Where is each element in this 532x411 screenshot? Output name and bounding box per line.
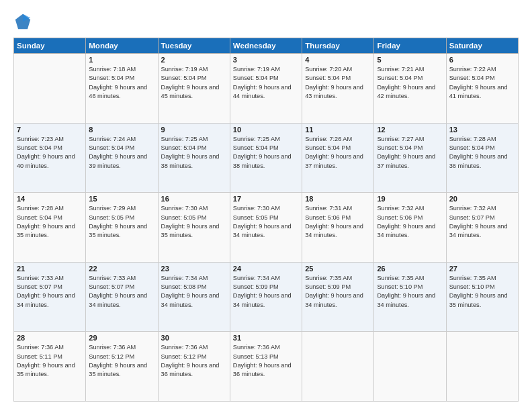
day-number: 7 bbox=[17, 126, 83, 134]
calendar-cell: 27Sunrise: 7:35 AMSunset: 5:10 PMDayligh… bbox=[446, 262, 518, 332]
day-info: Sunrise: 7:19 AMSunset: 5:04 PMDaylight:… bbox=[233, 65, 299, 101]
day-info: Sunrise: 7:28 AMSunset: 5:04 PMDaylight:… bbox=[449, 135, 515, 171]
calendar-cell: 16Sunrise: 7:30 AMSunset: 5:05 PMDayligh… bbox=[158, 193, 230, 263]
day-number: 6 bbox=[449, 56, 515, 64]
day-number: 18 bbox=[305, 195, 371, 203]
calendar-cell: 17Sunrise: 7:30 AMSunset: 5:05 PMDayligh… bbox=[230, 193, 302, 263]
calendar-cell: 7Sunrise: 7:23 AMSunset: 5:04 PMDaylight… bbox=[14, 123, 86, 193]
day-info: Sunrise: 7:36 AMSunset: 5:11 PMDaylight:… bbox=[17, 343, 83, 379]
calendar-cell: 14Sunrise: 7:28 AMSunset: 5:04 PMDayligh… bbox=[14, 193, 86, 263]
weekday-row: SundayMondayTuesdayWednesdayThursdayFrid… bbox=[14, 38, 519, 54]
calendar-cell bbox=[302, 332, 374, 402]
day-number: 30 bbox=[161, 334, 227, 342]
day-info: Sunrise: 7:29 AMSunset: 5:05 PMDaylight:… bbox=[89, 204, 154, 240]
day-info: Sunrise: 7:33 AMSunset: 5:07 PMDaylight:… bbox=[17, 274, 83, 310]
day-number: 27 bbox=[449, 265, 515, 273]
day-info: Sunrise: 7:30 AMSunset: 5:05 PMDaylight:… bbox=[161, 204, 227, 240]
day-number: 22 bbox=[89, 265, 154, 273]
weekday-header-friday: Friday bbox=[374, 38, 446, 54]
day-number: 28 bbox=[17, 334, 83, 342]
day-info: Sunrise: 7:32 AMSunset: 5:07 PMDaylight:… bbox=[449, 204, 515, 240]
calendar-cell bbox=[446, 332, 518, 402]
calendar-cell: 8Sunrise: 7:24 AMSunset: 5:04 PMDaylight… bbox=[86, 123, 158, 193]
calendar-cell bbox=[14, 54, 86, 124]
day-info: Sunrise: 7:35 AMSunset: 5:10 PMDaylight:… bbox=[377, 274, 443, 310]
day-number: 20 bbox=[449, 195, 515, 203]
day-info: Sunrise: 7:27 AMSunset: 5:04 PMDaylight:… bbox=[377, 135, 443, 171]
day-number: 15 bbox=[89, 195, 154, 203]
logo bbox=[13, 12, 35, 31]
calendar-cell: 15Sunrise: 7:29 AMSunset: 5:05 PMDayligh… bbox=[86, 193, 158, 263]
day-number: 9 bbox=[161, 126, 227, 134]
day-info: Sunrise: 7:35 AMSunset: 5:10 PMDaylight:… bbox=[449, 274, 515, 310]
calendar-cell bbox=[374, 332, 446, 402]
day-number: 29 bbox=[89, 334, 154, 342]
day-number: 8 bbox=[89, 126, 154, 134]
day-info: Sunrise: 7:24 AMSunset: 5:04 PMDaylight:… bbox=[89, 135, 154, 171]
day-info: Sunrise: 7:36 AMSunset: 5:12 PMDaylight:… bbox=[89, 343, 154, 379]
day-info: Sunrise: 7:22 AMSunset: 5:04 PMDaylight:… bbox=[449, 65, 515, 101]
day-info: Sunrise: 7:25 AMSunset: 5:04 PMDaylight:… bbox=[161, 135, 227, 171]
day-info: Sunrise: 7:36 AMSunset: 5:12 PMDaylight:… bbox=[161, 343, 227, 379]
day-number: 12 bbox=[377, 126, 443, 134]
day-info: Sunrise: 7:19 AMSunset: 5:04 PMDaylight:… bbox=[161, 65, 227, 101]
logo-icon bbox=[13, 12, 32, 31]
day-info: Sunrise: 7:23 AMSunset: 5:04 PMDaylight:… bbox=[17, 135, 83, 171]
calendar-cell: 25Sunrise: 7:35 AMSunset: 5:09 PMDayligh… bbox=[302, 262, 374, 332]
weekday-header-tuesday: Tuesday bbox=[158, 38, 230, 54]
day-info: Sunrise: 7:30 AMSunset: 5:05 PMDaylight:… bbox=[233, 204, 299, 240]
calendar-cell: 5Sunrise: 7:21 AMSunset: 5:04 PMDaylight… bbox=[374, 54, 446, 124]
calendar-cell: 10Sunrise: 7:25 AMSunset: 5:04 PMDayligh… bbox=[230, 123, 302, 193]
calendar-cell: 18Sunrise: 7:31 AMSunset: 5:06 PMDayligh… bbox=[302, 193, 374, 263]
calendar-cell: 29Sunrise: 7:36 AMSunset: 5:12 PMDayligh… bbox=[86, 332, 158, 402]
calendar-body: 1Sunrise: 7:18 AMSunset: 5:04 PMDaylight… bbox=[14, 54, 519, 402]
day-info: Sunrise: 7:34 AMSunset: 5:09 PMDaylight:… bbox=[233, 274, 299, 310]
calendar-header: SundayMondayTuesdayWednesdayThursdayFrid… bbox=[14, 38, 519, 54]
calendar-cell: 31Sunrise: 7:36 AMSunset: 5:13 PMDayligh… bbox=[230, 332, 302, 402]
day-number: 3 bbox=[233, 56, 299, 64]
day-info: Sunrise: 7:25 AMSunset: 5:04 PMDaylight:… bbox=[233, 135, 299, 171]
calendar-week-1: 7Sunrise: 7:23 AMSunset: 5:04 PMDaylight… bbox=[14, 123, 519, 193]
calendar-cell: 20Sunrise: 7:32 AMSunset: 5:07 PMDayligh… bbox=[446, 193, 518, 263]
weekday-header-sunday: Sunday bbox=[14, 38, 86, 54]
day-number: 10 bbox=[233, 126, 299, 134]
calendar-cell: 30Sunrise: 7:36 AMSunset: 5:12 PMDayligh… bbox=[158, 332, 230, 402]
calendar-table: SundayMondayTuesdayWednesdayThursdayFrid… bbox=[13, 38, 519, 402]
calendar-cell: 9Sunrise: 7:25 AMSunset: 5:04 PMDaylight… bbox=[158, 123, 230, 193]
day-number: 16 bbox=[161, 195, 227, 203]
day-number: 2 bbox=[161, 56, 227, 64]
weekday-header-wednesday: Wednesday bbox=[230, 38, 302, 54]
calendar-cell: 26Sunrise: 7:35 AMSunset: 5:10 PMDayligh… bbox=[374, 262, 446, 332]
calendar-cell: 19Sunrise: 7:32 AMSunset: 5:06 PMDayligh… bbox=[374, 193, 446, 263]
day-number: 5 bbox=[377, 56, 443, 64]
calendar-cell: 21Sunrise: 7:33 AMSunset: 5:07 PMDayligh… bbox=[14, 262, 86, 332]
page: SundayMondayTuesdayWednesdayThursdayFrid… bbox=[0, 0, 532, 411]
calendar-cell: 12Sunrise: 7:27 AMSunset: 5:04 PMDayligh… bbox=[374, 123, 446, 193]
day-info: Sunrise: 7:32 AMSunset: 5:06 PMDaylight:… bbox=[377, 204, 443, 240]
day-info: Sunrise: 7:26 AMSunset: 5:04 PMDaylight:… bbox=[305, 135, 371, 171]
day-number: 1 bbox=[89, 56, 154, 64]
day-info: Sunrise: 7:31 AMSunset: 5:06 PMDaylight:… bbox=[305, 204, 371, 240]
day-number: 14 bbox=[17, 195, 83, 203]
calendar-cell: 23Sunrise: 7:34 AMSunset: 5:08 PMDayligh… bbox=[158, 262, 230, 332]
calendar-cell: 11Sunrise: 7:26 AMSunset: 5:04 PMDayligh… bbox=[302, 123, 374, 193]
calendar-cell: 22Sunrise: 7:33 AMSunset: 5:07 PMDayligh… bbox=[86, 262, 158, 332]
calendar-cell: 3Sunrise: 7:19 AMSunset: 5:04 PMDaylight… bbox=[230, 54, 302, 124]
weekday-header-saturday: Saturday bbox=[446, 38, 518, 54]
day-info: Sunrise: 7:36 AMSunset: 5:13 PMDaylight:… bbox=[233, 343, 299, 379]
day-info: Sunrise: 7:34 AMSunset: 5:08 PMDaylight:… bbox=[161, 274, 227, 310]
day-number: 19 bbox=[377, 195, 443, 203]
calendar-cell: 13Sunrise: 7:28 AMSunset: 5:04 PMDayligh… bbox=[446, 123, 518, 193]
day-number: 23 bbox=[161, 265, 227, 273]
header bbox=[13, 12, 519, 31]
day-number: 31 bbox=[233, 334, 299, 342]
calendar-cell: 2Sunrise: 7:19 AMSunset: 5:04 PMDaylight… bbox=[158, 54, 230, 124]
day-number: 17 bbox=[233, 195, 299, 203]
calendar-cell: 24Sunrise: 7:34 AMSunset: 5:09 PMDayligh… bbox=[230, 262, 302, 332]
day-number: 13 bbox=[449, 126, 515, 134]
day-number: 24 bbox=[233, 265, 299, 273]
calendar-week-3: 21Sunrise: 7:33 AMSunset: 5:07 PMDayligh… bbox=[14, 262, 519, 332]
calendar-week-2: 14Sunrise: 7:28 AMSunset: 5:04 PMDayligh… bbox=[14, 193, 519, 263]
calendar-cell: 28Sunrise: 7:36 AMSunset: 5:11 PMDayligh… bbox=[14, 332, 86, 402]
day-number: 4 bbox=[305, 56, 371, 64]
